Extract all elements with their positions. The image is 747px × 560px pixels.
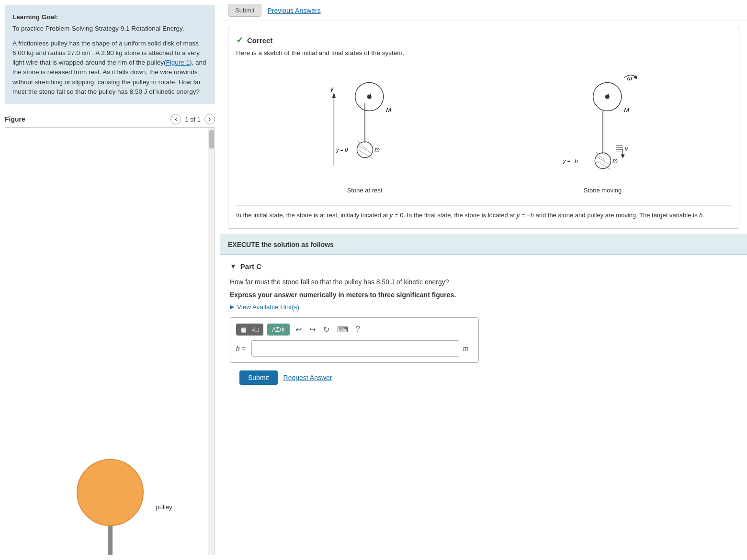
problem-box: Learning Goal: To practice Problem-Solvi… bbox=[5, 5, 215, 104]
svg-text:v: v bbox=[625, 146, 628, 152]
part-section: ▼ Part C How far must the stone fall so … bbox=[220, 255, 747, 392]
check-icon: ✓ bbox=[236, 35, 243, 45]
svg-text:r: r bbox=[608, 91, 610, 97]
svg-text:y: y bbox=[330, 85, 334, 92]
undo-icon: ↩ bbox=[295, 325, 302, 334]
svg-text:y = 0: y = 0 bbox=[336, 147, 348, 153]
refresh-icon: ↻ bbox=[323, 325, 329, 334]
refresh-button[interactable]: ↻ bbox=[321, 324, 331, 335]
execute-label: EXECUTE the solution as follows bbox=[228, 241, 334, 248]
previous-answers-link[interactable]: Previous Answers bbox=[267, 7, 320, 14]
undo-button[interactable]: ↩ bbox=[294, 324, 304, 335]
figure-prev-button[interactable]: ‹ bbox=[170, 114, 181, 124]
svg-text:m: m bbox=[374, 146, 380, 153]
submit-row: Submit Request Answer bbox=[230, 370, 737, 385]
figure-next-button[interactable]: › bbox=[204, 114, 215, 124]
greek-label: ΑΣΦ bbox=[272, 326, 285, 333]
pulley-circle bbox=[77, 459, 144, 526]
figure-page: 1 of 1 bbox=[185, 116, 201, 123]
svg-line-9 bbox=[358, 146, 373, 154]
svg-text:M: M bbox=[624, 106, 629, 113]
figure-section: Figure ‹ 1 of 1 › pulley bbox=[0, 109, 220, 560]
request-answer-link[interactable]: Request Answer bbox=[283, 374, 332, 381]
question-text: How far must the stone fall so that the … bbox=[230, 277, 737, 287]
answer-box: ▦ √□ ΑΣΦ ↩ ↪ ↻ ⌨ ? bbox=[230, 317, 479, 363]
part-arrow-icon: ▼ bbox=[230, 262, 237, 270]
greek-button[interactable]: ΑΣΦ bbox=[267, 324, 290, 336]
figure-label: Figure bbox=[5, 115, 25, 123]
pulley-visual: pulley bbox=[77, 459, 144, 555]
correct-label: Correct bbox=[247, 36, 272, 45]
figure-link[interactable]: Figure 1 bbox=[166, 59, 190, 66]
learning-goal-text: To practice Problem-Solving Strategy 9.1… bbox=[12, 24, 207, 34]
express-text: Express your answer numerically in meter… bbox=[230, 291, 737, 299]
submit-top-button[interactable]: Submit bbox=[228, 4, 261, 17]
problem-text: A frictionless pulley has the shape of a… bbox=[12, 39, 207, 97]
svg-text:M: M bbox=[386, 106, 391, 113]
answer-input[interactable] bbox=[251, 340, 459, 357]
math-toolbar: ▦ √□ ΑΣΦ ↩ ↪ ↻ ⌨ ? bbox=[236, 324, 473, 336]
svg-marker-1 bbox=[332, 92, 335, 98]
hint-label: View Available Hint(s) bbox=[237, 303, 299, 311]
part-label: Part C bbox=[240, 262, 261, 270]
correct-box: ✓ Correct Here is a sketch of the initia… bbox=[228, 27, 739, 229]
diagram-final-svg: ω r M v bbox=[555, 68, 651, 183]
diagram-initial-svg: y r M y = 0 bbox=[317, 68, 413, 183]
svg-text:m: m bbox=[612, 157, 618, 164]
redo-button[interactable]: ↪ bbox=[307, 324, 317, 335]
pulley-container: pulley bbox=[5, 128, 215, 555]
execute-bar: EXECUTE the solution as follows bbox=[220, 235, 747, 255]
submit-main-button[interactable]: Submit bbox=[239, 370, 278, 385]
correct-header: ✓ Correct bbox=[236, 35, 731, 45]
learning-goal-title: Learning Goal: bbox=[12, 12, 207, 22]
diagram-final-label: Stone moving bbox=[584, 187, 622, 194]
redo-icon: ↪ bbox=[309, 325, 316, 334]
pulley-label: pulley bbox=[156, 504, 172, 511]
help-button[interactable]: ? bbox=[354, 324, 362, 335]
svg-point-8 bbox=[357, 142, 373, 157]
input-label: h = bbox=[236, 345, 248, 352]
input-row: h = m bbox=[236, 340, 473, 357]
sqrt-icon: √□ bbox=[251, 326, 259, 333]
right-panel: Submit Previous Answers ✓ Correct Here i… bbox=[220, 0, 747, 560]
keyboard-icon: ⌨ bbox=[337, 325, 348, 334]
sketch-area: y r M y = 0 bbox=[236, 63, 731, 199]
part-header: ▼ Part C bbox=[230, 262, 737, 270]
figure-nav: ‹ 1 of 1 › bbox=[170, 114, 215, 124]
hint-arrow-icon: ▶ bbox=[230, 303, 234, 310]
diagram-initial: y r M y = 0 bbox=[317, 68, 413, 194]
hint-link[interactable]: ▶ View Available Hint(s) bbox=[230, 303, 737, 311]
svg-line-10 bbox=[358, 150, 373, 158]
top-bar: Submit Previous Answers bbox=[220, 0, 747, 21]
svg-line-28 bbox=[596, 161, 611, 169]
diagram-final: ω r M v bbox=[555, 68, 651, 194]
left-panel: Learning Goal: To practice Problem-Solvi… bbox=[0, 0, 220, 560]
svg-line-27 bbox=[596, 157, 611, 165]
diagram-initial-label: Stone at rest bbox=[347, 187, 383, 194]
matrix-button[interactable]: ▦ √□ bbox=[236, 324, 263, 336]
svg-text:y = −h: y = −h bbox=[562, 158, 577, 164]
figure-header: Figure ‹ 1 of 1 › bbox=[5, 114, 215, 124]
correct-desc: Here is a sketch of the initial and fina… bbox=[236, 49, 731, 56]
svg-text:r: r bbox=[370, 91, 372, 97]
figure-canvas: pulley bbox=[5, 127, 215, 555]
correct-caption: In the initial state, the stone is at re… bbox=[236, 205, 731, 221]
pulley-stand bbox=[108, 526, 113, 555]
matrix-icon: ▦ bbox=[241, 326, 247, 333]
input-unit: m bbox=[463, 345, 473, 352]
help-icon: ? bbox=[356, 325, 360, 333]
keyboard-button[interactable]: ⌨ bbox=[335, 324, 350, 335]
svg-point-26 bbox=[595, 153, 611, 168]
